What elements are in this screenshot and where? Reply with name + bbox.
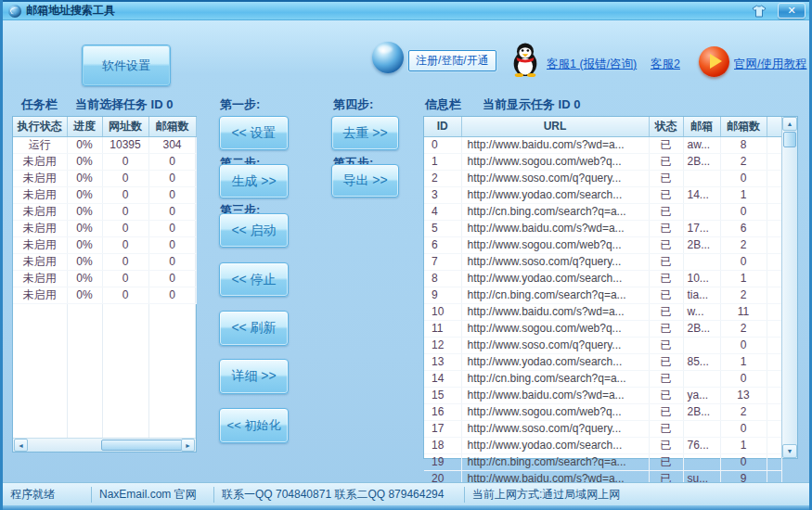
col-email[interactable]: 邮箱 xyxy=(683,117,720,136)
table-cell: 6 xyxy=(720,220,767,236)
table-cell: 17 xyxy=(424,420,461,437)
table-row[interactable]: 未启用0%00 xyxy=(13,287,196,303)
col-progress[interactable]: 进度 xyxy=(67,117,102,136)
scroll-right-icon[interactable]: ► xyxy=(181,439,195,452)
col-status[interactable]: 状态 xyxy=(649,117,683,136)
table-row[interactable]: 19http://cn.bing.com/search?q=a...已0 xyxy=(424,453,781,470)
table-cell: 2 xyxy=(720,403,767,420)
table-row[interactable]: 10http://www.baidu.com/s?wd=a...已w...11 xyxy=(424,303,781,320)
table-row[interactable]: 4http://cn.bing.com/search?q=a...已0 xyxy=(424,203,781,220)
col-email-count[interactable]: 邮箱数 xyxy=(148,117,196,136)
table-cell: ya... xyxy=(683,387,720,403)
support2-link[interactable]: 客服2 xyxy=(651,57,680,72)
table-cell: 已 xyxy=(649,403,683,420)
scroll-down-icon[interactable]: ▼ xyxy=(782,444,797,458)
table-cell: 2 xyxy=(720,153,767,170)
table-row[interactable]: 2http://www.soso.com/q?query...已0 xyxy=(424,170,781,186)
start-button[interactable]: << 启动 xyxy=(219,213,289,248)
table-row[interactable]: 15http://www.baidu.com/s?wd=a...已ya...13 xyxy=(424,387,781,403)
table-cell: 17... xyxy=(683,220,720,236)
col-exec-status[interactable]: 执行状态 xyxy=(13,117,67,136)
table-cell: 已 xyxy=(649,287,683,303)
table-row[interactable]: 0http://www.baidu.com/s?wd=a...已aw...8 xyxy=(424,136,781,153)
table-cell: 15 xyxy=(424,387,461,403)
info-table-vscrollbar[interactable]: ▲ ▼ xyxy=(781,117,797,458)
vscrollbar-thumb[interactable] xyxy=(783,132,796,147)
table-cell: 18 xyxy=(424,437,461,453)
table-row[interactable]: 未启用0%00 xyxy=(13,170,196,186)
table-row[interactable]: 未启用0%00 xyxy=(13,236,196,253)
col-filler xyxy=(767,117,781,136)
titlebar[interactable]: 邮箱地址搜索工具 ✕ xyxy=(3,0,809,20)
scroll-up-icon[interactable]: ▲ xyxy=(782,117,797,131)
scroll-left-icon[interactable]: ◄ xyxy=(14,439,28,452)
table-cell: 0 xyxy=(720,420,767,437)
table-row[interactable]: 未启用0%00 xyxy=(13,153,196,170)
table-row[interactable]: 运行0%10395304 xyxy=(13,136,196,153)
table-cell: 14... xyxy=(683,186,720,203)
table-row[interactable]: 12http://www.soso.com/q?query...已0 xyxy=(424,337,781,353)
filler-cell xyxy=(767,403,781,420)
export-button[interactable]: 导出 >> xyxy=(331,164,399,198)
table-row[interactable]: 未启用0%00 xyxy=(13,186,196,203)
table-row[interactable]: 18http://www.yodao.com/search...已76...1 xyxy=(424,437,781,453)
table-cell: 304 xyxy=(148,136,196,153)
table-row[interactable]: 8http://www.yodao.com/search...已10...1 xyxy=(424,270,781,287)
table-cell: 0 xyxy=(148,203,196,220)
skin-button[interactable] xyxy=(748,3,770,19)
col-url-count[interactable]: 网址数 xyxy=(102,117,148,136)
table-cell: 0 xyxy=(102,287,148,303)
table-row[interactable]: 未启用0%00 xyxy=(13,203,196,220)
register-login-button[interactable]: 注册/登陆/开通 xyxy=(408,50,496,71)
table-cell: 8 xyxy=(720,136,767,153)
col-id[interactable]: ID xyxy=(424,117,461,136)
table-row[interactable]: 未启用0%00 xyxy=(13,253,196,270)
dedupe-button[interactable]: 去重 >> xyxy=(331,116,399,150)
table-row[interactable]: 9http://cn.bing.com/search?q=a...已tia...… xyxy=(424,287,781,303)
table-cell: 2 xyxy=(720,320,767,337)
table-row[interactable]: 7http://www.soso.com/q?query...已0 xyxy=(424,253,781,270)
hscrollbar-thumb[interactable] xyxy=(101,440,183,451)
table-row[interactable]: 11http://www.sogou.com/web?q...已2B...2 xyxy=(424,320,781,337)
step4-label: 第四步: xyxy=(333,96,373,113)
table-cell: 0 xyxy=(102,186,148,203)
filler-cell xyxy=(767,136,781,153)
stop-button[interactable]: << 停止 xyxy=(219,262,289,297)
table-cell: http://www.yodao.com/search... xyxy=(461,186,649,203)
init-button[interactable]: << 初始化 xyxy=(219,408,289,443)
qq-penguin-icon xyxy=(509,42,542,77)
table-row[interactable]: 14http://cn.bing.com/search?q=a...已0 xyxy=(424,370,781,387)
status-site-link[interactable]: NaxEmail.com 官网 xyxy=(92,487,214,503)
table-cell: 已 xyxy=(649,303,683,320)
table-cell: 0 xyxy=(102,203,148,220)
table-cell: 已 xyxy=(649,370,683,387)
table-row[interactable]: 5http://www.baidu.com/s?wd=a...已17...6 xyxy=(424,220,781,236)
table-row[interactable]: 16http://www.sogou.com/web?q...已2B...2 xyxy=(424,403,781,420)
table-cell: 14 xyxy=(424,370,461,387)
table-cell xyxy=(683,253,720,270)
tutorial-play-icon xyxy=(699,46,729,77)
table-cell: http://www.sogou.com/web?q... xyxy=(461,153,649,170)
table-row[interactable]: 未启用0%00 xyxy=(13,220,196,236)
table-row[interactable]: 1http://www.sogou.com/web?q...已2B...2 xyxy=(424,153,781,170)
site-tutorial-link[interactable]: 官网/使用教程 xyxy=(734,57,806,72)
generate-button[interactable]: 生成 >> xyxy=(219,164,289,198)
close-button[interactable]: ✕ xyxy=(778,3,806,19)
settings-button[interactable]: 软件设置 xyxy=(82,45,171,86)
table-row[interactable]: 17http://www.soso.com/q?query...已0 xyxy=(424,420,781,437)
statusbar: 程序就绪 NaxEmail.com 官网 联系一QQ 704840871 联系二… xyxy=(3,482,809,505)
table-row[interactable]: 6http://www.sogou.com/web?q...已2B...2 xyxy=(424,236,781,253)
col-url[interactable]: URL xyxy=(461,117,649,136)
support1-link[interactable]: 客服1 (报错/咨询) xyxy=(547,57,637,72)
table-row[interactable]: 3http://www.yodao.com/search...已14...1 xyxy=(424,186,781,203)
refresh-button[interactable]: << 刷新 xyxy=(219,311,289,346)
col-email-count[interactable]: 邮箱数 xyxy=(720,117,767,136)
filler-cell xyxy=(767,453,781,470)
table-cell: http://www.soso.com/q?query... xyxy=(461,253,649,270)
table-row[interactable]: 13http://www.yodao.com/search...已85...1 xyxy=(424,353,781,370)
setup-button[interactable]: << 设置 xyxy=(219,116,289,150)
table-cell: 0 xyxy=(148,287,196,303)
task-table-hscrollbar[interactable]: ◄ ► xyxy=(13,438,196,452)
detail-button[interactable]: 详细 >> xyxy=(219,359,289,394)
table-row[interactable]: 未启用0%00 xyxy=(13,270,196,287)
